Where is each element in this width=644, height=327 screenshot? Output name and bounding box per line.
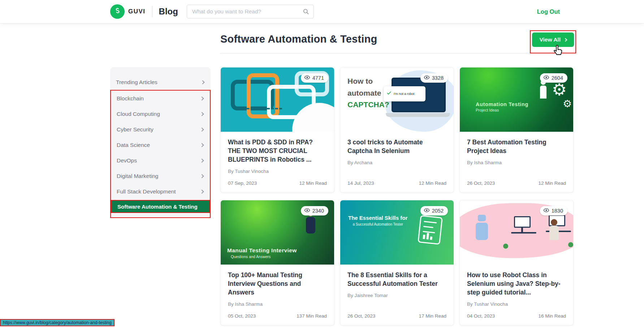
article-author: By Jaishree Tomar [347, 293, 446, 298]
guvi-g-icon [113, 7, 121, 16]
article-date: 05 Oct, 2023 [228, 313, 256, 319]
article-meta: 26 Oct, 2023 17 Min Read [347, 313, 446, 319]
chevron-right-icon [200, 127, 204, 131]
robot-decor [478, 215, 486, 221]
eye-icon [424, 207, 430, 214]
sidebar-item-cloud-computing[interactable]: Cloud Computing [111, 106, 210, 122]
article-author: By Archana [347, 160, 446, 165]
sidebar-item-full-stack-development[interactable]: Full Stack Development [111, 184, 210, 199]
sidebar-item-label: Cloud Computing [117, 111, 160, 117]
status-url: https://www.guvi.in/blog/category/automa… [3, 320, 112, 325]
sidebar-item-digital-marketing[interactable]: Digital Marketing [111, 168, 210, 184]
article-date: 26 Oct, 2023 [467, 180, 495, 186]
thumbnail-text-line: How to [347, 75, 389, 87]
article-readtime: 137 Min Read [297, 313, 327, 319]
laptop-base-decor [386, 113, 450, 117]
search-icon[interactable] [302, 8, 310, 17]
sidebar-item-label: Digital Marketing [117, 173, 158, 179]
view-count-badge: 2340 [301, 206, 328, 215]
article-card[interactable]: 4771 What is PDD & SDD in RPA? THE TWO M… [220, 67, 334, 193]
article-readtime: 17 Min Read [419, 313, 446, 319]
category-sidebar: Trending Articles Blockchain Cloud Compu… [110, 67, 211, 218]
blog-label[interactable]: Blog [159, 6, 178, 17]
logout-link[interactable]: Log Out [537, 8, 560, 15]
article-date: 04 Oct, 2023 [467, 313, 495, 319]
article-meta: 26 Oct, 2023 12 Min Read [467, 180, 566, 186]
card-body: What is PDD & SDD in RPA? THE TWO MOST C… [221, 132, 334, 192]
article-readtime: 12 Min Read [538, 180, 566, 186]
chevron-right-icon [200, 112, 204, 116]
thumbnail-text-line: The Essential Skills for [348, 215, 407, 221]
article-card[interactable]: How to automate CAPTCHA? I'm not a robot… [340, 67, 454, 193]
sidebar-item-cyber-security[interactable]: Cyber Security [111, 122, 210, 137]
view-count-badge: 3328 [420, 73, 448, 83]
view-count-badge: 2052 [420, 206, 448, 215]
article-author: By Tushar Vinocha [228, 169, 327, 174]
sidebar-item-trending-articles[interactable]: Trending Articles [110, 74, 211, 90]
article-title[interactable]: Top 100+ Manual Testing Interview Questi… [228, 271, 327, 297]
article-author: By Isha Sharma [228, 301, 327, 307]
card-body: Top 100+ Manual Testing Interview Questi… [221, 265, 334, 325]
sidebar-item-devops[interactable]: DevOps [111, 153, 210, 168]
article-title[interactable]: 7 Best Automation Testing Project Ideas [467, 138, 566, 155]
view-count: 3328 [432, 75, 444, 81]
article-card[interactable]: Automation Testing Project Ideas ⚙ ⚙ 260… [459, 67, 574, 193]
robot-decor [476, 223, 488, 240]
eye-icon [304, 207, 310, 214]
thumbnail-text-line: Questions and Answers [231, 254, 297, 259]
desk-decor [511, 232, 536, 234]
thumbnail-text-line: Automation Testing [476, 101, 528, 107]
article-title[interactable]: 3 cool tricks to Automate Captcha In Sel… [347, 138, 446, 155]
article-card[interactable]: The Essential Skills for a Successful Au… [340, 200, 454, 326]
sidebar-item-label: Cyber Security [117, 126, 154, 133]
view-count: 2052 [432, 208, 444, 214]
sidebar-item-data-science[interactable]: Data Science [111, 137, 210, 153]
article-meta: 04 Oct, 2023 16 Min Read [467, 313, 566, 319]
brand-name[interactable]: GUVI [128, 8, 146, 15]
check-icon [386, 91, 392, 97]
sidebar-item-blockchain[interactable]: Blockchain [111, 91, 210, 106]
main-content: Trending Articles Blockchain Cloud Compu… [0, 67, 644, 326]
sidebar-item-label: Data Science [117, 142, 150, 148]
article-date: 14 Jul, 2023 [347, 180, 374, 186]
view-count: 1830 [552, 208, 563, 214]
dashed-line-decor [242, 108, 282, 109]
article-title[interactable]: The 8 Essential Skills for a Successful … [347, 271, 446, 288]
article-title[interactable]: What is PDD & SDD in RPA? THE TWO MOST C… [228, 138, 327, 164]
view-count-badge: 2604 [540, 73, 567, 83]
view-count-badge: 4771 [301, 73, 328, 83]
sidebar-item-label: Full Stack Development [117, 188, 176, 195]
chart-bar-decor [430, 236, 432, 240]
article-readtime: 12 Min Read [419, 180, 446, 186]
article-meta: 05 Oct, 2023 137 Min Read [228, 313, 327, 319]
thumbnail-text: Automation Testing Project Ideas [476, 101, 528, 112]
chevron-right-icon [200, 189, 204, 193]
sidebar-item-software-automation-testing[interactable]: Software Automation & Testing [112, 201, 209, 212]
thumbnail-text: Manual Testing Interview Questions and A… [227, 247, 297, 259]
person-decor [306, 217, 315, 234]
monitor-stand-decor [521, 228, 523, 232]
article-card[interactable]: Manual Testing Interview Questions and A… [220, 200, 334, 326]
articles-grid: 4771 What is PDD & SDD in RPA? THE TWO M… [220, 67, 574, 326]
guvi-logo[interactable] [110, 4, 125, 19]
chart-bar-decor [423, 235, 425, 239]
thumbnail-text-line: automate [347, 87, 389, 99]
article-thumbnail: How to automate CAPTCHA? I'm not a robot… [340, 67, 454, 132]
card-body: 3 cool tricks to Automate Captcha In Sel… [340, 132, 454, 192]
chevron-right-icon [200, 158, 204, 162]
chevron-right-icon [200, 80, 204, 84]
article-date: 07 Sep, 2023 [228, 180, 257, 186]
article-readtime: 16 Min Read [538, 313, 566, 319]
article-title[interactable]: How to use Robot Class in Selenium using… [467, 271, 566, 297]
thumbnail-text-line: Project Ideas [476, 108, 528, 112]
chevron-right-icon [200, 143, 204, 147]
site-header: GUVI Blog Log Out [0, 0, 644, 23]
article-card[interactable]: 1830 How to use Robot Class in Selenium … [459, 200, 574, 326]
article-meta: 07 Sep, 2023 12 Min Read [228, 180, 327, 186]
search-input[interactable] [187, 5, 314, 18]
page-title: Software Automation & Testing [220, 33, 576, 45]
thumbnail-text: The Essential Skills for a Successful Au… [348, 215, 407, 226]
thumbnail-text-line: a Successful Automation Tester [348, 222, 407, 226]
gear-icon: ⚙ [563, 98, 572, 110]
tablet-decor [418, 215, 443, 245]
